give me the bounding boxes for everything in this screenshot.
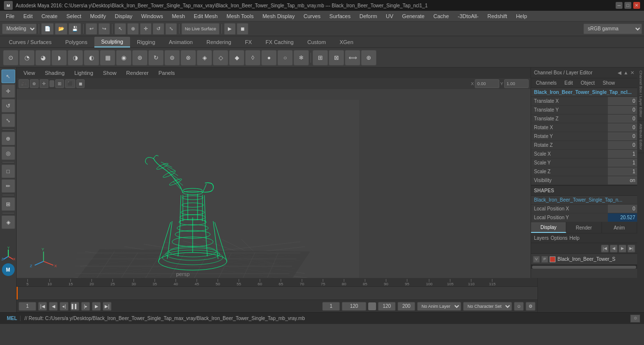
channel-box-side-tab[interactable]: Channel Box / Layer Editor <box>638 68 644 121</box>
sculpt-tab-polygons[interactable]: Polygons <box>58 37 94 47</box>
play-last-btn[interactable]: ▶| <box>103 302 111 311</box>
header-icon-2[interactable]: ▲ <box>623 70 628 75</box>
tool-grab[interactable]: ◑ <box>67 50 83 66</box>
object-menu[interactable]: Object <box>579 80 597 86</box>
tool-smear[interactable]: ◊ <box>245 50 261 66</box>
close-button[interactable]: ✕ <box>633 2 640 9</box>
play-first-btn[interactable]: |◀ <box>38 302 47 311</box>
menu-item-modify[interactable]: Modify <box>86 12 110 20</box>
layer-v-btn[interactable]: V <box>533 256 540 263</box>
menu-item-file[interactable]: File <box>2 12 19 20</box>
paint-btn[interactable]: ✏ <box>1 179 15 193</box>
menu-item-redshift[interactable]: Redshift <box>484 12 511 20</box>
status-settings-btn[interactable]: ⚙ <box>630 315 640 322</box>
show-manip-btn[interactable]: ⊞ <box>1 197 15 211</box>
sculpt-tab-rendering[interactable]: Rendering <box>200 37 238 47</box>
tool-pull[interactable]: ◔ <box>19 50 35 66</box>
edit-menu[interactable]: Edit <box>562 80 575 86</box>
rotate-y-value[interactable]: 0 <box>608 132 637 140</box>
render-tab[interactable]: Render <box>566 222 601 233</box>
redo-btn[interactable]: ↪ <box>98 23 110 35</box>
select-tool-btn[interactable]: ↖ <box>1 69 15 83</box>
shading-menu[interactable]: Shading <box>42 69 67 77</box>
tool-bulge[interactable]: ● <box>261 50 277 66</box>
play-next-btn[interactable]: ▶ <box>92 302 101 311</box>
scale-z-value[interactable]: 1 <box>608 167 637 176</box>
nav-prev[interactable]: ◀ <box>610 245 618 253</box>
sculpt-tab-rigging[interactable]: Rigging <box>130 37 162 47</box>
sculpt-tab-curves--surfaces[interactable]: Curves / Surfaces <box>2 37 58 47</box>
rotate-z-value[interactable]: 0 <box>608 141 637 149</box>
rotate-x-value[interactable]: 0 <box>608 123 637 132</box>
workspace-selector[interactable]: Modeling <box>2 23 37 34</box>
sculpt-tab-animation[interactable]: Animation <box>162 37 200 47</box>
menu-item--3dtoall-[interactable]: -3DtoAll- <box>454 12 483 20</box>
visibility-value[interactable]: on <box>608 176 637 184</box>
move-btn[interactable]: ✛ <box>140 23 152 35</box>
help-option[interactable]: Help <box>569 235 579 241</box>
vp-texture[interactable]: ◼ <box>76 79 85 88</box>
select-btn[interactable]: ↖ <box>114 23 126 35</box>
scale-y-value[interactable]: 1 <box>608 159 637 167</box>
tool-push[interactable]: ⊙ <box>3 50 19 66</box>
tool-smooth[interactable]: ◕ <box>35 50 51 66</box>
renderer-menu[interactable]: Renderer <box>123 69 152 77</box>
menu-item-create[interactable]: Create <box>38 12 62 20</box>
sculpt-tab-custom[interactable]: Custom <box>301 37 333 47</box>
vp-wireframe[interactable]: ⊞ <box>55 79 64 88</box>
timeline-track[interactable] <box>17 287 537 299</box>
local-pos-y-value[interactable]: 20.527 <box>608 213 637 222</box>
menu-item-deform[interactable]: Deform <box>355 12 381 20</box>
rotate-btn[interactable]: ↺ <box>153 23 164 35</box>
nav-last[interactable]: ▶| <box>627 245 635 253</box>
minimize-button[interactable]: ─ <box>616 2 622 9</box>
transform-y-value[interactable]: 1.00 <box>504 79 529 88</box>
play-next-key-btn[interactable]: |▸ <box>81 302 90 311</box>
panel-scrollbar-thumb[interactable] <box>532 266 636 269</box>
tool-extra[interactable]: ⊕ <box>361 50 377 66</box>
tool-mirror[interactable]: ⟺ <box>345 50 360 66</box>
menu-item-windows[interactable]: Windows <box>137 12 167 20</box>
max-frame-input[interactable] <box>378 302 396 311</box>
panel-scrollbar[interactable] <box>531 265 637 269</box>
menu-item-generate[interactable]: Generate <box>398 12 428 20</box>
sculpt-tab-fx-caching[interactable]: FX Caching <box>259 37 300 47</box>
maximize-button[interactable]: □ <box>624 2 631 9</box>
snap-btn[interactable]: ⊕ <box>127 23 139 35</box>
sculpt-tab-xgen[interactable]: XGen <box>333 37 360 47</box>
tool-scrape[interactable]: ◈ <box>197 50 212 66</box>
char-set-select[interactable]: No Character Set <box>463 302 512 311</box>
show-menu-ch[interactable]: Show <box>600 80 617 86</box>
vp-smooth[interactable]: ⬛ <box>65 79 75 88</box>
header-icon-1[interactable]: ◀ <box>618 70 622 75</box>
tool-foamy[interactable]: ◉ <box>116 50 132 66</box>
attribute-editor-side-tab[interactable]: Attribute Editor <box>638 121 644 153</box>
panels-menu[interactable]: Panels <box>155 69 178 77</box>
current-frame-input[interactable] <box>19 302 36 311</box>
new-btn[interactable]: 📄 <box>41 23 54 35</box>
scale-tool-btn[interactable]: ⤡ <box>1 114 15 127</box>
tool-amplify[interactable]: ○ <box>277 50 293 66</box>
play-prev-key-btn[interactable]: ◂| <box>60 302 68 311</box>
title-bar-controls[interactable]: ─ □ ✕ <box>616 2 640 9</box>
timeline-scale[interactable]: 5101520253035404550556065707580859095100… <box>17 278 537 287</box>
layers-option[interactable]: Layers <box>534 235 549 241</box>
vp-camera[interactable]: 🎥 <box>19 79 29 88</box>
menu-item-mesh-tools[interactable]: Mesh Tools <box>222 12 257 20</box>
color-profile-selector[interactable]: sRGB gamma <box>583 23 642 34</box>
play-pause-btn[interactable]: ▌▌ <box>70 302 79 311</box>
open-btn[interactable]: 📂 <box>55 23 67 35</box>
menu-item-uv[interactable]: UV <box>382 12 397 20</box>
view-menu[interactable]: View <box>21 69 38 77</box>
tool-freeze[interactable]: ❄ <box>293 50 309 66</box>
vp-dolly[interactable]: ⊕ <box>30 79 39 88</box>
max-end-frame-input[interactable] <box>398 302 415 311</box>
playback-start-input[interactable] <box>322 302 340 311</box>
nav-next[interactable]: ▶ <box>619 245 626 253</box>
menu-item-mesh[interactable]: Mesh <box>168 12 189 20</box>
menu-item-help[interactable]: Help <box>512 12 531 20</box>
translate-x-value[interactable]: 0 <box>608 97 637 105</box>
menu-item-edit[interactable]: Edit <box>20 12 37 20</box>
menu-item-edit-mesh[interactable]: Edit Mesh <box>190 12 222 20</box>
tool-grid[interactable]: ⊞ <box>312 50 328 66</box>
